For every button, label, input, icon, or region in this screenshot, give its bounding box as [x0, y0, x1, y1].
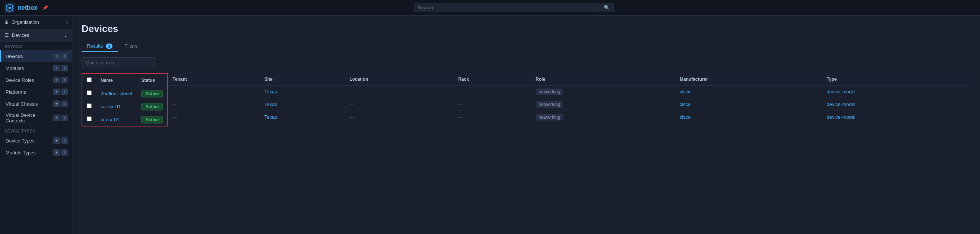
- row-checkbox-2[interactable]: [87, 117, 92, 121]
- site-link-1[interactable]: Texas: [264, 101, 277, 107]
- col-header-site: Site: [260, 73, 345, 85]
- role-badge-2: networking: [536, 114, 563, 120]
- sidebar-item-modules-add-btn[interactable]: +: [53, 65, 60, 71]
- row-role-0: networking: [531, 85, 675, 98]
- row-tenant-1: —: [168, 98, 259, 111]
- row-location-1: —: [345, 98, 454, 111]
- sidebar-item-device-roles[interactable]: Device Roles + ↑: [0, 74, 72, 86]
- sidebar-item-virtual-chassis-add-btn[interactable]: +: [53, 100, 60, 107]
- sidebar-item-platforms[interactable]: Platforms + ↑: [0, 86, 72, 98]
- sidebar-item-virtual-chassis-controls: + ↑: [53, 100, 68, 107]
- sidebar-item-device-types-controls: + ↑: [53, 137, 68, 144]
- devices-table-area: Name Status 2ndfloor-closet Active ca-cs…: [81, 73, 971, 126]
- col-header-location: Location: [345, 73, 454, 85]
- select-all-checkbox[interactable]: [87, 77, 92, 82]
- row-name-1: ca-csr-01: [96, 100, 137, 113]
- sidebar-item-module-types-controls: + ↑: [53, 149, 68, 156]
- sidebar-item-vdc-add-btn[interactable]: +: [53, 115, 60, 121]
- type-link-0[interactable]: device-model: [827, 89, 855, 95]
- tab-filters[interactable]: Filters: [119, 41, 143, 52]
- devices-inner-table: Name Status 2ndfloor-closet Active ca-cs…: [82, 74, 167, 126]
- row-location-0: —: [345, 85, 454, 98]
- manufacturer-link-0[interactable]: cisco: [680, 89, 691, 95]
- sidebar-item-virtual-device-contexts[interactable]: Virtual Device Contexts + ↑: [0, 110, 72, 126]
- row-checkbox-cell: [82, 113, 96, 126]
- sidebar-item-vdc-controls: + ↑: [53, 115, 68, 121]
- org-icon: ⊞: [5, 19, 9, 25]
- row-checkbox-0[interactable]: [87, 90, 92, 95]
- sidebar-item-devices-label: Devices: [6, 54, 23, 59]
- sidebar-group-devices[interactable]: ☰ Devices ⌄: [0, 29, 72, 42]
- global-search-input[interactable]: [414, 3, 600, 12]
- sidebar-item-devices[interactable]: Devices + ↑: [0, 50, 72, 62]
- table-row-outer: — Texas — — networking cisco device-mode…: [168, 98, 971, 111]
- row-rack-1: —: [454, 98, 531, 111]
- sidebar-item-device-types-add-btn[interactable]: +: [53, 137, 60, 144]
- devices-section-header: DEVICES: [0, 42, 72, 50]
- row-rack-0: —: [454, 85, 531, 98]
- site-link-0[interactable]: Texas: [264, 89, 277, 95]
- type-link-2[interactable]: device-model: [827, 114, 855, 120]
- sidebar-item-device-types-import-btn[interactable]: ↑: [61, 137, 68, 144]
- col-header-checkbox: [82, 74, 96, 87]
- sidebar-item-modules-import-btn[interactable]: ↑: [61, 65, 68, 71]
- type-link-1[interactable]: device-model: [827, 101, 855, 107]
- devices-group-label: Devices: [12, 32, 29, 38]
- sidebar-item-platforms-add-btn[interactable]: +: [53, 89, 60, 95]
- device-name-link-1[interactable]: ca-csr-01: [100, 104, 121, 109]
- site-link-2[interactable]: Texas: [264, 114, 277, 120]
- pin-icon[interactable]: 📌: [43, 5, 48, 10]
- sidebar-item-virtual-chassis-import-btn[interactable]: ↑: [61, 100, 68, 107]
- device-name-link-0[interactable]: 2ndfloor-closet: [100, 91, 132, 96]
- row-site-0: Texas: [260, 85, 345, 98]
- sidebar-item-device-roles-import-btn[interactable]: ↑: [61, 77, 68, 83]
- sidebar-item-vdc-import-btn[interactable]: ↑: [61, 115, 68, 121]
- tab-results-label: Results: [87, 43, 103, 49]
- row-type-1: device-model: [822, 98, 971, 111]
- row-site-2: Texas: [260, 111, 345, 123]
- row-checkbox-cell: [82, 87, 96, 100]
- status-badge-2: Active: [141, 116, 163, 123]
- device-name-link-2[interactable]: tx-csr-01: [100, 117, 119, 122]
- col-header-type: Type: [822, 73, 971, 85]
- sidebar-item-platforms-controls: + ↑: [53, 89, 68, 95]
- manufacturer-link-1[interactable]: cisco: [680, 101, 691, 107]
- role-badge-1: networking: [536, 101, 563, 108]
- sidebar-item-devices-add-btn[interactable]: +: [53, 53, 60, 60]
- sidebar-item-organization[interactable]: ⊞ Organization ›: [0, 16, 72, 29]
- sidebar-item-virtual-chassis[interactable]: Virtual Chassis + ↑: [0, 98, 72, 110]
- col-header-tenant: Tenant: [168, 73, 259, 85]
- sidebar-item-virtual-chassis-label: Virtual Chassis: [6, 101, 38, 107]
- row-manufacturer-1: cisco: [675, 98, 822, 111]
- row-rack-2: —: [454, 111, 531, 123]
- tab-results[interactable]: Results 3: [81, 41, 118, 52]
- global-search-button[interactable]: 🔍: [600, 3, 614, 12]
- row-checkbox-cell: [82, 100, 96, 113]
- table-row: ca-csr-01 Active: [82, 100, 167, 113]
- sidebar-item-module-types-import-btn[interactable]: ↑: [61, 149, 68, 156]
- sidebar-item-modules-controls: + ↑: [53, 65, 68, 71]
- outer-table: Tenant Site Location Rack Role Manufactu…: [168, 73, 971, 123]
- quick-search-input[interactable]: [81, 57, 156, 68]
- sidebar-item-device-roles-add-btn[interactable]: +: [53, 77, 60, 83]
- sidebar-item-platforms-import-btn[interactable]: ↑: [61, 89, 68, 95]
- sidebar-item-devices-import-btn[interactable]: ↑: [61, 53, 68, 60]
- sidebar-item-device-roles-controls: + ↑: [53, 77, 68, 83]
- sidebar-item-module-types-label: Module Types: [6, 150, 36, 155]
- brand-name: netbox: [18, 5, 37, 11]
- row-name-2: tx-csr-01: [96, 113, 137, 126]
- sidebar-item-module-types-add-btn[interactable]: +: [53, 149, 60, 156]
- row-checkbox-1[interactable]: [87, 103, 92, 108]
- content-area: Devices Results 3 Filters: [73, 16, 980, 234]
- status-badge-1: Active: [141, 103, 163, 111]
- col-header-role: Role: [531, 73, 675, 85]
- org-label: Organization: [11, 19, 39, 25]
- sidebar-item-virtual-device-contexts-label: Virtual Device Contexts: [6, 112, 53, 123]
- row-manufacturer-2: cisco: [675, 111, 822, 123]
- row-tenant-0: —: [168, 85, 259, 98]
- sidebar-item-device-types[interactable]: Device Types + ↑: [0, 135, 72, 147]
- table-row: tx-csr-01 Active: [82, 113, 167, 126]
- sidebar-item-module-types[interactable]: Module Types + ↑: [0, 147, 72, 158]
- sidebar-item-modules[interactable]: Modules + ↑: [0, 62, 72, 74]
- manufacturer-link-2[interactable]: cisco: [680, 114, 691, 120]
